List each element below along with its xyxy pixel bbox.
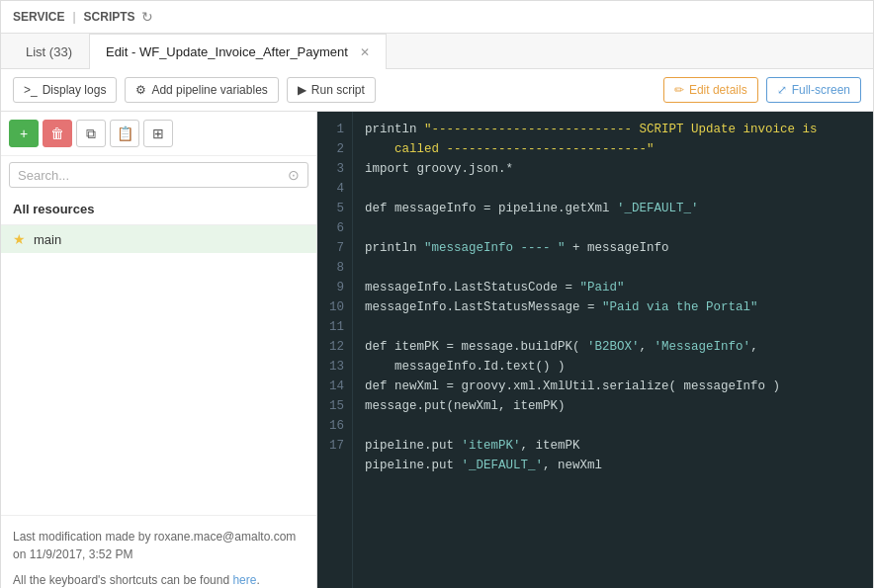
gear-icon: ⚙ <box>135 83 146 97</box>
play-icon: ▶ <box>298 83 306 97</box>
search-clear-icon[interactable]: ⊙ <box>288 167 300 183</box>
sidebar-actions: + 🗑 ⧉ 📋 ⊞ <box>1 112 316 156</box>
top-bar: SERVICE | SCRIPTS ↻ <box>1 1 873 34</box>
edit-icon: ✏ <box>674 83 684 97</box>
search-box: ⊙ <box>9 162 308 188</box>
line-numbers: 1234567891011121314151617 <box>317 112 353 588</box>
run-script-button[interactable]: ▶ Run script <box>287 77 376 103</box>
display-logs-button[interactable]: >_ Display logs <box>13 77 117 103</box>
paste-button[interactable]: 📋 <box>110 120 139 147</box>
edit-details-button[interactable]: ✏ Edit details <box>663 77 758 103</box>
sidebar-shortcuts-text: All the keyboard's shortcuts can be foun… <box>13 571 305 588</box>
tabs-bar: List (33) Edit - WF_Update_Invoice_After… <box>1 34 873 69</box>
toolbar: >_ Display logs ⚙ Add pipeline variables… <box>1 69 873 112</box>
shortcuts-link[interactable]: here <box>232 573 256 587</box>
close-icon[interactable]: ✕ <box>360 45 370 59</box>
tab-edit[interactable]: Edit - WF_Update_Invoice_After_Payment ✕ <box>89 34 387 69</box>
sidebar-item-main[interactable]: ★ main <box>1 225 316 253</box>
clone-button[interactable]: ⊞ <box>143 120 173 147</box>
refresh-icon[interactable]: ↻ <box>141 9 153 25</box>
sidebar-info: Last modification made by roxane.mace@am… <box>1 515 316 588</box>
terminal-icon: >_ <box>24 83 38 97</box>
toolbar-right: ✏ Edit details ⤢ Full-screen <box>663 77 861 103</box>
topbar-separator: | <box>72 10 75 24</box>
main-content: + 🗑 ⧉ 📋 ⊞ ⊙ All resources ★ main Last mo… <box>1 112 873 588</box>
full-screen-button[interactable]: ⤢ Full-screen <box>766 77 861 103</box>
star-icon: ★ <box>13 231 26 247</box>
tab-list[interactable]: List (33) <box>9 34 89 69</box>
all-resources-header: All resources <box>1 194 316 225</box>
code-editor[interactable]: 1234567891011121314151617 println "-----… <box>317 112 873 588</box>
scripts-label: SCRIPTS <box>84 10 135 24</box>
sidebar-modification-info: Last modification made by roxane.mace@am… <box>13 528 305 563</box>
add-pipeline-variables-button[interactable]: ⚙ Add pipeline variables <box>125 77 278 103</box>
delete-button[interactable]: 🗑 <box>43 120 72 147</box>
code-content: println "--------------------------- SCR… <box>353 112 873 588</box>
add-button[interactable]: + <box>9 120 39 147</box>
search-input[interactable] <box>18 168 282 183</box>
copy-button[interactable]: ⧉ <box>76 120 106 147</box>
sidebar: + 🗑 ⧉ 📋 ⊞ ⊙ All resources ★ main Last mo… <box>1 112 317 588</box>
service-label: SERVICE <box>13 10 64 24</box>
fullscreen-icon: ⤢ <box>777 83 787 97</box>
